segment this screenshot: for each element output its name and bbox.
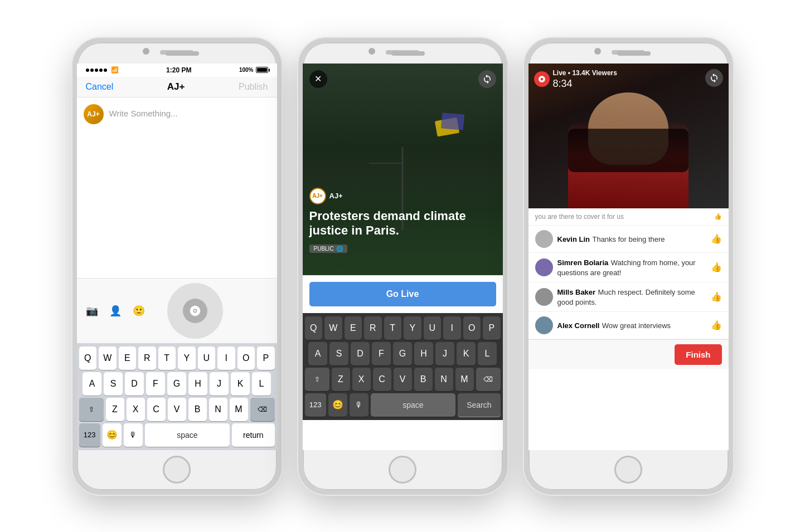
key-d-g[interactable]: G [393,342,412,365]
key-y[interactable]: Y [178,346,196,370]
key-d-d[interactable]: D [351,342,370,365]
key-mic-1[interactable]: 🎙 [124,423,143,447]
key-a[interactable]: A [83,372,101,396]
key-e[interactable]: E [119,346,137,370]
key-r[interactable]: R [138,346,156,370]
dot5 [104,69,107,72]
key-d-s[interactable]: S [329,342,348,365]
key-m[interactable]: M [230,398,248,421]
key-d-z[interactable]: Z [332,368,350,391]
avatar-mills [535,288,553,306]
key-emoji-1[interactable]: 😊 [103,423,122,447]
key-n[interactable]: N [209,398,227,421]
key-d-n[interactable]: N [435,368,453,391]
camera-icon[interactable]: 📷 [86,305,98,317]
key-w[interactable]: W [99,346,117,370]
key-d-p[interactable]: P [483,316,501,340]
key-h[interactable]: H [188,372,207,396]
aj-logo: AJ+ [84,104,104,124]
like-btn-1[interactable]: 👍 [711,233,722,244]
key-d-f[interactable]: F [372,342,391,365]
key-j[interactable]: J [210,372,229,396]
key-b[interactable]: B [188,398,207,421]
key-i[interactable]: I [217,346,235,370]
key-d-x[interactable]: X [352,368,371,391]
close-button[interactable]: ✕ [309,70,327,88]
emoji-toolbar-icon[interactable]: 🙂 [133,305,145,317]
key-c[interactable]: C [147,398,166,421]
key-backspace[interactable]: ⌫ [250,398,275,421]
key-d-backspace[interactable]: ⌫ [476,368,501,391]
key-o[interactable]: O [237,346,255,370]
key-d-y[interactable]: Y [404,316,421,340]
live-timer: 8:34 [553,78,617,90]
key-d-q[interactable]: Q [305,316,323,340]
comment-item-4: Alex Cornell Wow great interviews 👍 [528,312,729,339]
live-broadcast-icon[interactable] [183,299,207,323]
key-d-t[interactable]: T [384,316,402,340]
flip-camera-btn-3[interactable] [705,69,723,87]
key-shift[interactable]: ⇧ [79,398,104,421]
publish-button[interactable]: Publish [239,82,268,92]
cancel-button[interactable]: Cancel [86,82,114,92]
key-q[interactable]: Q [79,346,97,370]
finish-button[interactable]: Finish [675,344,721,365]
key-d-shift[interactable]: ⇧ [305,368,329,391]
home-button-1[interactable] [163,456,191,484]
compose-input[interactable]: Write Something... [109,104,178,271]
like-btn-4[interactable]: 👍 [711,320,722,330]
key-v[interactable]: V [168,398,186,421]
key-d-emoji[interactable]: 😊 [328,393,347,417]
key-k[interactable]: K [231,372,250,396]
key-d-l[interactable]: L [478,342,497,365]
key-d[interactable]: D [125,372,144,396]
dot1 [86,69,89,72]
key-d-o[interactable]: O [463,316,481,340]
key-space-1[interactable]: space [145,423,230,447]
key-g[interactable]: G [167,372,186,396]
key-d-j[interactable]: J [435,342,454,365]
key-d-search[interactable]: Search [458,393,500,417]
video-preview: ✕ AJ+ AJ+ Protesters demand climate just… [303,64,503,275]
key-s[interactable]: S [104,372,123,396]
key-d-123[interactable]: 123 [305,393,326,417]
commenter-name-2: Simren Bolaria [557,258,609,267]
key-d-i[interactable]: I [443,316,461,340]
keyboard-2: Q W E R T Y U I O P A S D F G H [303,313,503,420]
key-d-e[interactable]: E [345,316,362,340]
key-d-space[interactable]: space [371,393,456,417]
comment-text-3: Mills Baker Much respect. Definitely som… [557,287,706,307]
home-button-2[interactable] [389,456,416,484]
key-d-r[interactable]: R [364,316,382,340]
key-d-u[interactable]: U [424,316,442,340]
key-d-v[interactable]: V [394,368,412,391]
prev-like-icon[interactable]: 👍 [714,213,722,220]
key-u[interactable]: U [198,346,216,370]
key-x[interactable]: X [127,398,145,421]
key-d-m[interactable]: M [455,368,474,391]
key-d-k[interactable]: K [457,342,476,365]
key-d-c[interactable]: C [373,368,391,391]
key-d-w[interactable]: W [324,316,342,340]
key-p[interactable]: P [257,346,275,370]
key-row-1: Q W E R T Y U I O P [79,346,275,370]
go-live-button[interactable]: Go Live [309,282,496,306]
key-d-h[interactable]: H [414,342,433,365]
flip-camera-button[interactable] [478,70,496,88]
key-return-1[interactable]: return [232,423,274,447]
like-btn-2[interactable]: 👍 [711,262,722,272]
key-z[interactable]: Z [106,398,124,421]
like-btn-3[interactable]: 👍 [711,291,722,302]
key-l[interactable]: L [252,372,271,396]
key-t[interactable]: T [158,346,176,370]
status-bar-1: 📶 1:20 PM 100% [77,64,277,77]
key-d-mic[interactable]: 🎙 [350,393,368,417]
live-badge-group: Live • 13.4K Viewers 8:34 [534,69,617,90]
home-button-3[interactable] [614,456,642,484]
key-d-b[interactable]: B [414,368,433,391]
key-f[interactable]: F [146,372,165,396]
key-d-a[interactable]: A [308,342,327,365]
key-123-1[interactable]: 123 [79,423,100,447]
person-icon[interactable]: 👤 [109,305,122,317]
live-icon-circle[interactable] [167,283,223,339]
